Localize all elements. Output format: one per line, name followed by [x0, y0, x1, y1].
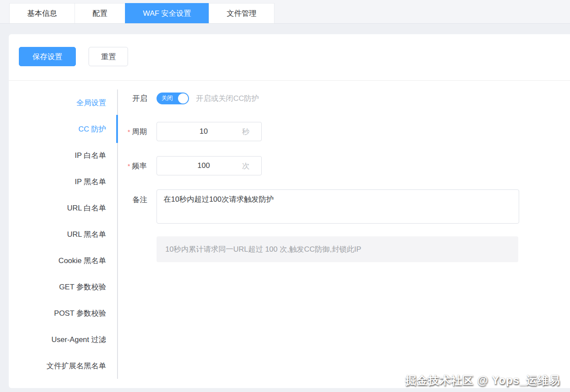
tab-basic-info[interactable]: 基本信息 [9, 3, 75, 23]
period-row: * 周期 秒 [132, 122, 570, 141]
sidebar-item-post-param-check[interactable]: POST 参数校验 [9, 300, 117, 326]
reset-button[interactable]: 重置 [89, 47, 128, 66]
frequency-row: * 频率 次 [132, 156, 570, 175]
period-input-wrap: 秒 [157, 122, 262, 141]
toggle-knob [178, 93, 188, 103]
remark-textarea[interactable]: 在10秒内超过100次请求触发防护 [157, 189, 519, 224]
period-label: * 周期 [132, 127, 157, 137]
sidebar-item-url-whitelist[interactable]: URL 白名单 [9, 195, 117, 221]
enable-row: 开启 关闭 开启或关闭CC防护 [132, 92, 570, 104]
sidebar-item-ip-whitelist[interactable]: IP 白名单 [9, 142, 117, 168]
save-settings-button[interactable]: 保存设置 [19, 47, 76, 66]
sidebar-item-get-param-check[interactable]: GET 参数校验 [9, 274, 117, 300]
sidebar-item-cc-protection[interactable]: CC 防护 [9, 116, 117, 142]
required-asterisk: * [128, 162, 130, 170]
frequency-label-text: 频率 [132, 161, 147, 171]
frequency-label: * 频率 [132, 161, 157, 171]
tab-file-management[interactable]: 文件管理 [209, 3, 274, 23]
cc-rule-hint: 10秒内累计请求同一URL超过 100 次,触发CC防御,封锁此IP [157, 236, 518, 262]
tab-config[interactable]: 配置 [75, 3, 125, 23]
cc-protection-toggle[interactable]: 关闭 [157, 93, 189, 104]
remark-label: 备注 [132, 189, 157, 205]
tab-waf-security[interactable]: WAF 安全设置 [125, 3, 209, 23]
sidebar-item-cookie-blacklist[interactable]: Cookie 黑名单 [9, 247, 117, 274]
settings-sidebar: 全局设置 CC 防护 IP 白名单 IP 黑名单 URL 白名单 URL 黑名单… [9, 89, 118, 379]
enable-description: 开启或关闭CC防护 [196, 93, 259, 103]
sidebar-item-url-blacklist[interactable]: URL 黑名单 [9, 221, 117, 247]
frequency-input-wrap: 次 [157, 156, 262, 175]
tab-bar: 基本信息 配置 WAF 安全设置 文件管理 [0, 0, 570, 24]
toolbar: 保存设置 重置 [9, 34, 570, 66]
sidebar-item-user-agent-filter[interactable]: User-Agent 过滤 [9, 326, 117, 353]
required-asterisk: * [128, 128, 130, 135]
remark-row: 备注 在10秒内超过100次请求触发防护 [132, 189, 570, 224]
toggle-state-label: 关闭 [161, 94, 173, 102]
period-label-text: 周期 [132, 127, 147, 137]
sidebar-item-global-settings[interactable]: 全局设置 [9, 89, 117, 116]
enable-label: 开启 [132, 93, 157, 103]
cc-protection-form: 开启 关闭 开启或关闭CC防护 * 周期 秒 * [118, 81, 570, 379]
sidebar-item-file-ext-blacklist[interactable]: 文件扩展名黑名单 [9, 353, 117, 379]
period-input[interactable] [157, 122, 262, 141]
frequency-input[interactable] [157, 156, 262, 175]
waf-settings-panel: 保存设置 重置 全局设置 CC 防护 IP 白名单 IP 黑名单 URL 白名单… [9, 34, 570, 388]
content-area: 全局设置 CC 防护 IP 白名单 IP 黑名单 URL 白名单 URL 黑名单… [9, 81, 570, 379]
sidebar-item-ip-blacklist[interactable]: IP 黑名单 [9, 168, 117, 195]
